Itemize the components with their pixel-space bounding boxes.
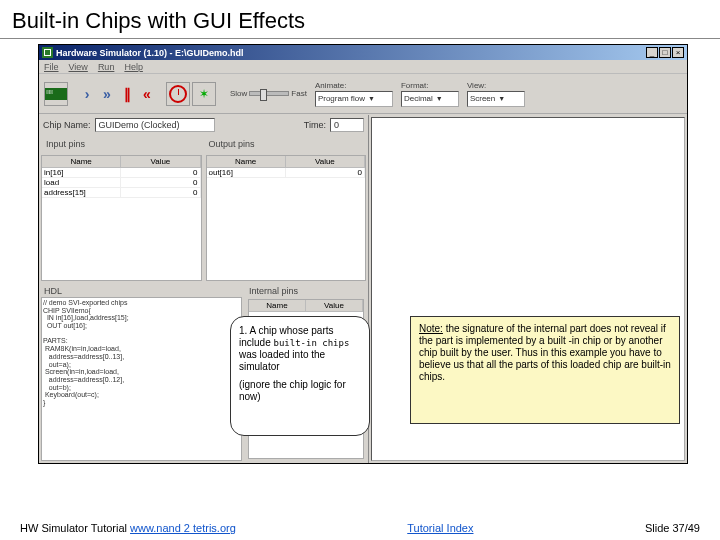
window-title: Hardware Simulator (1.10) - E:\GUIDemo.h…: [56, 48, 646, 58]
slide-title: Built-in Chips with GUI Effects: [0, 0, 720, 39]
internal-label: Internal pins: [246, 285, 366, 297]
reset-button[interactable]: «: [138, 82, 156, 106]
hdl-panel: HDL // demo SVI-exported chips CHIP SVII…: [41, 285, 242, 461]
time-label: Time:: [304, 120, 326, 130]
stop-button[interactable]: ‖: [118, 82, 136, 106]
animate-combo[interactable]: Program flow: [315, 91, 393, 107]
callout-annotation-2: Note: the signature of the internal part…: [410, 316, 680, 424]
slide-number: Slide 37/49: [645, 522, 700, 534]
footer-link-index[interactable]: Tutorial Index: [407, 522, 473, 534]
hdl-label: HDL: [41, 285, 242, 297]
view-label: View:: [467, 81, 525, 90]
table-row[interactable]: load0: [42, 178, 201, 188]
menu-run[interactable]: Run: [98, 62, 115, 72]
format-combo[interactable]: Decimal: [401, 91, 459, 107]
menubar: File View Run Help: [39, 60, 687, 74]
eval-button[interactable]: ✶: [192, 82, 216, 106]
table-row[interactable]: out[16]0: [207, 168, 366, 178]
slide-footer: HW Simulator Tutorial www.nand 2 tetris.…: [20, 522, 700, 534]
fast-label: Fast: [291, 89, 307, 98]
footer-text: HW Simulator Tutorial: [20, 522, 130, 534]
output-pins-table: Name Value out[16]0: [206, 155, 367, 281]
chipname-field[interactable]: GUIDemo (Clocked): [95, 118, 215, 132]
input-pins-table: Name Value in[16]0 load0 address[15]0: [41, 155, 202, 281]
maximize-button[interactable]: □: [659, 47, 671, 58]
close-button[interactable]: ×: [672, 47, 684, 58]
app-icon: [42, 47, 53, 58]
slow-label: Slow: [230, 89, 247, 98]
speed-slider[interactable]: Slow Fast: [230, 89, 307, 98]
clock-icon: [169, 85, 187, 103]
chipname-label: Chip Name:: [43, 120, 91, 130]
chip-icon: [45, 88, 67, 100]
toolbar: › » ‖ « ✶ Slow Fast Animate: Program flo…: [39, 74, 687, 114]
table-row[interactable]: address[15]0: [42, 188, 201, 198]
format-label: Format:: [401, 81, 459, 90]
menu-help[interactable]: Help: [124, 62, 143, 72]
menu-file[interactable]: File: [44, 62, 59, 72]
step-back-button[interactable]: ›: [78, 82, 96, 106]
view-combo[interactable]: Screen: [467, 91, 525, 107]
menu-view[interactable]: View: [69, 62, 88, 72]
outputpins-label: Output pins: [206, 138, 365, 150]
callout-annotation-1: 1. A chip whose parts include built-in c…: [230, 316, 370, 436]
col-value: Value: [306, 300, 363, 311]
minimize-button[interactable]: _: [646, 47, 658, 58]
titlebar: Hardware Simulator (1.10) - E:\GUIDemo.h…: [39, 45, 687, 60]
inputpins-label: Input pins: [43, 138, 202, 150]
chip-button[interactable]: [44, 82, 68, 106]
run-button[interactable]: »: [98, 82, 116, 106]
tick-button[interactable]: [166, 82, 190, 106]
time-field[interactable]: 0: [330, 118, 364, 132]
table-row[interactable]: in[16]0: [42, 168, 201, 178]
col-name: Name: [207, 156, 286, 167]
hdl-code[interactable]: // demo SVI-exported chips CHIP SVIIemo{…: [41, 297, 242, 461]
footer-link-site[interactable]: www.nand 2 tetris.org: [130, 522, 236, 534]
animate-label: Animate:: [315, 81, 393, 90]
col-name: Name: [42, 156, 121, 167]
col-value: Value: [121, 156, 200, 167]
col-name: Name: [249, 300, 306, 311]
col-value: Value: [286, 156, 365, 167]
slider-track[interactable]: [249, 91, 289, 96]
